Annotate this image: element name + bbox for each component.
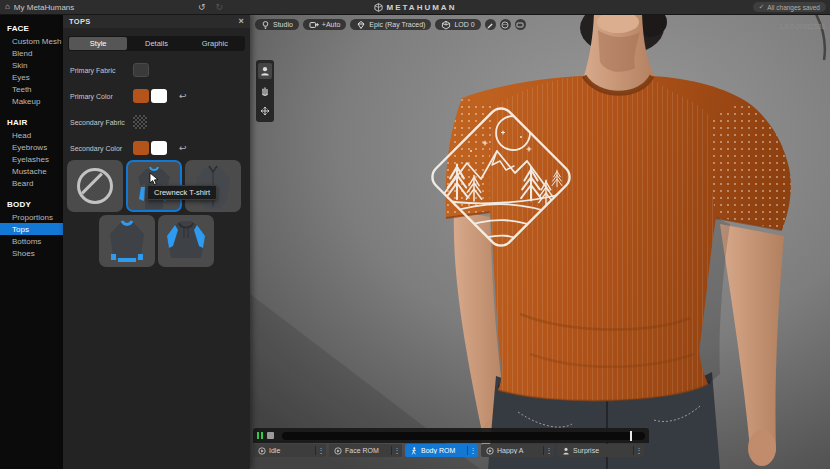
move-tool[interactable] [258, 103, 272, 119]
stop-button[interactable] [267, 432, 274, 439]
cube-logo-icon [374, 3, 383, 12]
sidebar-item-shoes[interactable]: Shoes [0, 247, 63, 259]
lighting-button[interactable]: Studio [255, 19, 299, 30]
thumbnail-none[interactable] [67, 160, 123, 212]
camera-auto-button[interactable]: +Auto [303, 19, 347, 30]
face-preview-button[interactable] [500, 19, 511, 30]
secondary-fabric-row: Secondary Fabric [70, 114, 243, 130]
viewport-3d[interactable]: Studio +Auto Epic (Ray Traced) LOD 0 [250, 14, 830, 469]
sidebar-item-teeth[interactable]: Teeth [0, 83, 63, 95]
reset-icon[interactable]: ↩ [179, 91, 187, 101]
clip-label: Body ROM [421, 447, 467, 454]
primary-color-swatch[interactable] [133, 89, 149, 103]
check-icon: ✓ [759, 4, 764, 11]
close-icon[interactable]: × [238, 16, 244, 26]
lightbulb-icon [261, 20, 270, 30]
secondary-color-swatch[interactable] [133, 141, 149, 155]
pencil-icon [486, 21, 494, 29]
sidebar-item-eyebrows[interactable]: Eyebrows [0, 141, 63, 153]
sidebar-item-makeup[interactable]: Makeup [0, 95, 63, 107]
tab-graphic[interactable]: Graphic [186, 37, 244, 50]
metahuman-creator-window: ⌂ My MetaHumans ↺ ↻ METAHUMAN ✓ All chan… [0, 0, 830, 469]
face-icon [501, 21, 509, 29]
sidebar-item-eyes[interactable]: Eyes [0, 71, 63, 83]
body-select-tool[interactable] [258, 63, 272, 79]
secondary-fabric-swatch[interactable] [133, 115, 147, 129]
clip-label: Idle [269, 447, 315, 454]
pause-button[interactable] [257, 432, 263, 439]
category-sidebar: FACE Custom Mesh Blend Skin Eyes Teeth M… [0, 14, 63, 469]
clip-idle[interactable]: Idle ⋮ [253, 444, 326, 457]
transport-controls [253, 428, 649, 443]
sidebar-item-proportions[interactable]: Proportions [0, 211, 63, 223]
save-status-text: All changes saved [767, 4, 820, 11]
sculpt-button[interactable] [485, 19, 496, 30]
secondary-fabric-label: Secondary Fabric [70, 119, 133, 126]
primary-color-alt-swatch[interactable] [151, 89, 167, 103]
logo-text: METAHUMAN [387, 3, 457, 12]
bust-icon [562, 447, 570, 455]
gem-icon [356, 20, 366, 30]
sidebar-item-custom-mesh[interactable]: Custom Mesh [0, 35, 63, 47]
lod-cube-icon [441, 20, 451, 30]
thumbnail-hoodie[interactable] [158, 215, 214, 267]
secondary-color-alt-swatch[interactable] [151, 141, 167, 155]
kebab-icon[interactable]: ⋮ [316, 447, 326, 455]
lighting-label: Studio [273, 21, 293, 28]
playhead[interactable] [630, 431, 632, 441]
kebab-icon[interactable]: ⋮ [544, 447, 554, 455]
play-circle-icon [258, 447, 266, 455]
playback-bar: Idle ⋮ Face ROM ⋮ Body ROM ⋮ [253, 428, 649, 457]
clip-face-rom[interactable]: Face ROM ⋮ [329, 444, 402, 457]
primary-color-label: Primary Color [70, 93, 133, 100]
clip-label: Surprise [573, 447, 633, 454]
hoodie-icon [161, 218, 211, 264]
sidebar-item-bottoms[interactable]: Bottoms [0, 235, 63, 247]
thumbnail-tooltip: Crewneck T-shirt [147, 185, 217, 200]
clip-surprise[interactable]: Surprise ⋮ [557, 444, 644, 457]
sidebar-item-eyelashes[interactable]: Eyelashes [0, 153, 63, 165]
panel-tabs: Style Details Graphic [68, 36, 245, 51]
thumbnail-sweater[interactable] [99, 215, 155, 267]
move-icon [260, 106, 270, 116]
tops-panel: TOPS × Style Details Graphic Primary Fab… [63, 14, 250, 469]
sidebar-item-beard[interactable]: Beard [0, 177, 63, 189]
viewport-toolbar: Studio +Auto Epic (Ray Traced) LOD 0 [255, 19, 526, 30]
build-version: 1.0.0-20362586 [779, 23, 825, 30]
top-bar: ⌂ My MetaHumans ↺ ↻ METAHUMAN ✓ All chan… [0, 0, 830, 15]
primary-fabric-label: Primary Fabric [70, 67, 133, 74]
timeline-scrubber[interactable] [282, 432, 646, 440]
camera-label: +Auto [322, 21, 341, 28]
character-render [250, 14, 830, 469]
clip-body-rom[interactable]: Body ROM ⋮ [405, 444, 478, 457]
play-circle-icon [334, 447, 342, 455]
sidebar-item-blend[interactable]: Blend [0, 47, 63, 59]
metahuman-logo: METAHUMAN [0, 0, 830, 14]
save-status-badge: ✓ All changes saved [753, 2, 826, 12]
kebab-icon[interactable]: ⋮ [634, 447, 644, 455]
clip-happy-a[interactable]: Happy A ⋮ [481, 444, 554, 457]
primary-fabric-swatch[interactable] [133, 63, 149, 77]
kebab-icon[interactable]: ⋮ [468, 447, 478, 455]
tab-details[interactable]: Details [127, 37, 185, 50]
section-hair: HAIR [0, 116, 63, 129]
grab-tool[interactable] [258, 83, 272, 99]
kebab-icon[interactable]: ⋮ [392, 447, 402, 455]
reset-icon[interactable]: ↩ [179, 143, 187, 153]
sidebar-item-skin[interactable]: Skin [0, 59, 63, 71]
mouse-cursor [149, 172, 159, 186]
lod-label: LOD 0 [454, 21, 474, 28]
clip-label: Happy A [497, 447, 543, 454]
section-face: FACE [0, 22, 63, 35]
lod-button[interactable]: LOD 0 [435, 19, 480, 30]
render-quality-button[interactable]: Epic (Ray Traced) [350, 19, 431, 30]
sidebar-item-head[interactable]: Head [0, 129, 63, 141]
clip-label: Face ROM [345, 447, 391, 454]
primary-color-row: Primary Color ↩ [70, 88, 243, 104]
panel-title: TOPS [69, 17, 90, 26]
screenshot-button[interactable] [515, 19, 526, 30]
sidebar-item-mustache[interactable]: Mustache [0, 165, 63, 177]
sidebar-item-tops[interactable]: Tops [0, 223, 63, 235]
tab-style[interactable]: Style [69, 37, 127, 50]
secondary-color-row: Secondary Color ↩ [70, 140, 243, 156]
